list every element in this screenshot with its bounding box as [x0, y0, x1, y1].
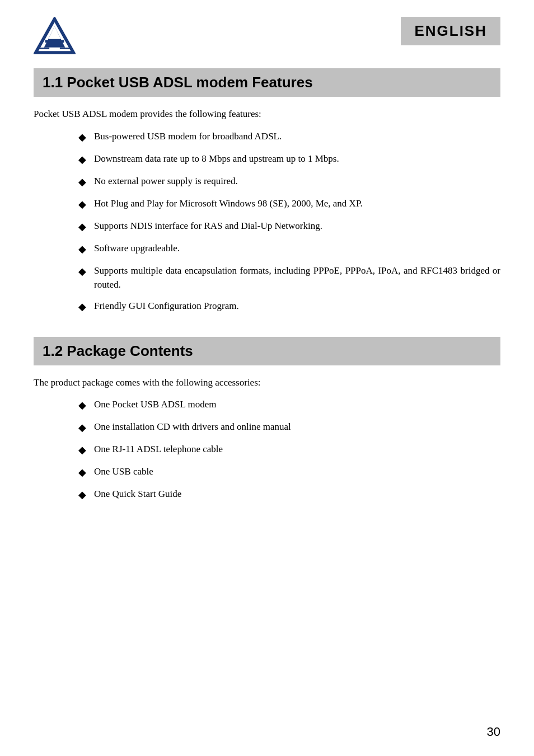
package-list: ◆One Pocket USB ADSL modem◆One installat…	[34, 397, 500, 503]
bullet-diamond: ◆	[78, 420, 86, 435]
bullet-diamond: ◆	[78, 175, 86, 190]
bullet-text: Bus-powered USB modem for broadband ADSL…	[94, 129, 500, 144]
list-item: ◆Software upgradeable.	[34, 241, 500, 257]
bullet-diamond: ◆	[78, 130, 86, 145]
section-features-intro: Pocket USB ADSL modem provides the follo…	[34, 107, 500, 121]
bullet-text: One Pocket USB ADSL modem	[94, 397, 500, 412]
bullet-text: Downstream data rate up to 8 Mbps and up…	[94, 152, 500, 166]
bullet-text: Supports NDIS interface for RAS and Dial…	[94, 219, 500, 233]
section-package-heading: 1.2 Package Contents	[34, 337, 500, 365]
bullet-diamond: ◆	[78, 398, 86, 413]
section-package-intro: The product package comes with the follo…	[34, 375, 500, 390]
bullet-diamond: ◆	[78, 299, 86, 314]
section-features-heading: 1.1 Pocket USB ADSL modem Features	[34, 68, 500, 97]
section-package: 1.2 Package Contents The product package…	[34, 337, 500, 503]
features-list: ◆Bus-powered USB modem for broadband ADS…	[34, 129, 500, 314]
list-item: ◆Hot Plug and Play for Microsoft Windows…	[34, 196, 500, 212]
bullet-text: One USB cable	[94, 464, 500, 479]
bullet-text: Hot Plug and Play for Microsoft Windows …	[94, 196, 500, 211]
bullet-diamond: ◆	[78, 242, 86, 257]
list-item: ◆Supports NDIS interface for RAS and Dia…	[34, 219, 500, 234]
section-features: 1.1 Pocket USB ADSL modem Features Pocke…	[34, 68, 500, 314]
language-badge: ENGLISH	[401, 17, 500, 45]
bullet-diamond: ◆	[78, 264, 86, 279]
svg-rect-3	[45, 40, 64, 43]
bullet-diamond: ◆	[78, 465, 86, 480]
bullet-text: One Quick Start Guide	[94, 487, 500, 501]
header: ENGLISH	[34, 17, 500, 57]
bullet-text: One installation CD with drivers and onl…	[94, 420, 500, 434]
bullet-text: Supports multiple data encapsulation for…	[94, 264, 500, 292]
bullet-diamond: ◆	[78, 152, 86, 167]
list-item: ◆Friendly GUI Configuration Program.	[34, 299, 500, 314]
list-item: ◆One USB cable	[34, 464, 500, 480]
bullet-diamond: ◆	[78, 219, 86, 234]
bullet-text: Friendly GUI Configuration Program.	[94, 299, 500, 313]
list-item: ◆One RJ-11 ADSL telephone cable	[34, 442, 500, 458]
bullet-text: One RJ-11 ADSL telephone cable	[94, 442, 500, 457]
bullet-diamond: ◆	[78, 487, 86, 503]
list-item: ◆No external power supply is required.	[34, 174, 500, 190]
bullet-diamond: ◆	[78, 197, 86, 212]
bullet-text: No external power supply is required.	[94, 174, 500, 189]
list-item: ◆Bus-powered USB modem for broadband ADS…	[34, 129, 500, 145]
list-item: ◆One installation CD with drivers and on…	[34, 420, 500, 435]
page-number: 30	[487, 725, 500, 739]
list-item: ◆One Quick Start Guide	[34, 487, 500, 503]
list-item: ◆Supports multiple data encapsulation fo…	[34, 264, 500, 292]
logo	[34, 17, 76, 57]
bullet-text: Software upgradeable.	[94, 241, 500, 256]
bullet-diamond: ◆	[78, 443, 86, 458]
list-item: ◆Downstream data rate up to 8 Mbps and u…	[34, 152, 500, 167]
list-item: ◆One Pocket USB ADSL modem	[34, 397, 500, 413]
page-container: ENGLISH 1.1 Pocket USB ADSL modem Featur…	[0, 0, 534, 756]
